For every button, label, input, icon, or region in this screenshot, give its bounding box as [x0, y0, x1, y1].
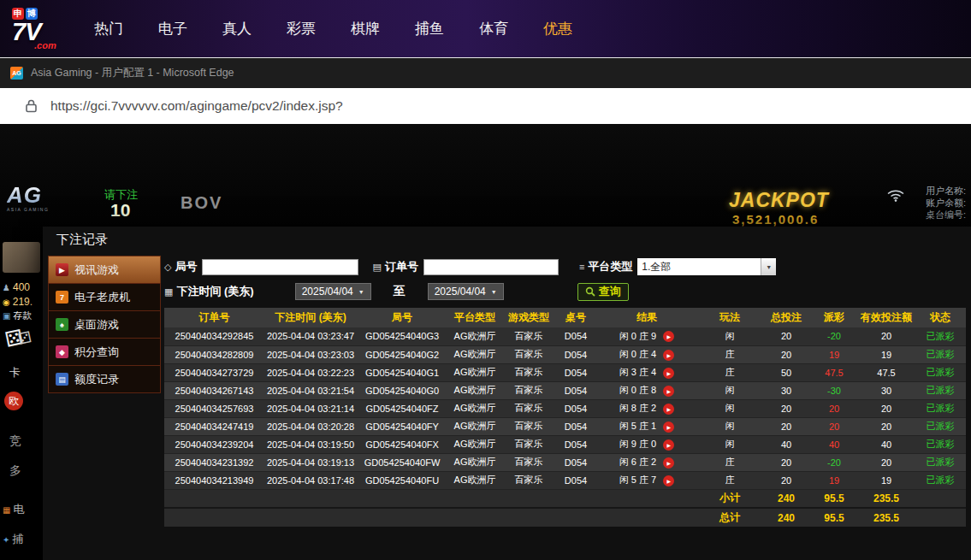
replay-icon[interactable]: ▶ [663, 331, 674, 342]
result-text: 闲 3 庄 4 [619, 367, 656, 377]
deposit-icon: ▣ [3, 311, 10, 321]
col-header: 派彩 [810, 308, 858, 327]
rail-item-2[interactable]: ▣存款 [3, 309, 32, 322]
sidebar-item-电子老虎机[interactable]: 7电子老虎机 [48, 283, 161, 311]
status-badge: 已派彩 [915, 453, 966, 471]
replay-icon[interactable]: ▶ [663, 404, 674, 415]
sidebar-item-桌面游戏[interactable]: ♠桌面游戏 [48, 310, 161, 339]
site-logo[interactable]: 申 博 7V .com [12, 8, 82, 50]
replay-icon[interactable]: ▶ [663, 475, 674, 486]
date-from-picker[interactable]: 2025/04/04 ▼ [295, 283, 371, 300]
left-rail: ⚄⚂ ♟400◉219.▣存款卡欧竞多▦电✦捕 [0, 124, 43, 560]
avatar[interactable] [3, 242, 40, 273]
nav-item-热门[interactable]: 热门 [94, 19, 123, 38]
nav-item-电子[interactable]: 电子 [158, 19, 187, 38]
address-bar[interactable]: https://gci.7vvvvvv.com/agingame/pcv2/in… [0, 88, 971, 124]
status-badge: 已派彩 [915, 471, 966, 489]
nav-item-体育[interactable]: 体育 [479, 19, 508, 38]
rail-item-7[interactable]: ▦电 [3, 502, 24, 517]
platform-selected-value: 1.全部 [642, 260, 671, 274]
rail-item-8[interactable]: ✦捕 [3, 532, 23, 547]
replay-icon[interactable]: ▶ [663, 439, 674, 451]
replay-icon[interactable]: ▶ [663, 350, 674, 361]
rail-item-6[interactable]: 多 [9, 463, 21, 479]
table-row: 2504040342392042025-04-04 03:19:50GD0542… [164, 435, 966, 453]
nav-item-彩票[interactable]: 彩票 [287, 19, 316, 38]
nav-item-真人[interactable]: 真人 [222, 19, 252, 38]
modal-title: 下注记录 [43, 227, 971, 252]
date-to-picker[interactable]: 2025/04/04 ▼ [428, 283, 504, 300]
lock-icon [26, 99, 37, 113]
modal-content: ▶视讯游戏7电子老虎机♠桌面游戏◆积分查询▤额度记录 ◇ 局号 ▤ 订单号 [43, 252, 971, 560]
result-text: 闲 5 庄 1 [619, 421, 656, 431]
to-label: 至 [394, 284, 406, 299]
replay-icon[interactable]: ▶ [663, 457, 674, 469]
result-text: 闲 0 庄 8 [619, 385, 656, 395]
col-header: 有效投注额 [858, 308, 915, 327]
sidebar-item-label: 桌面游戏 [74, 317, 119, 333]
platform-select[interactable]: 1.全部 ▼ [637, 258, 776, 275]
window-title: Asia Gaming - 用户配置 1 - Microsoft Edge [31, 66, 234, 80]
order-input[interactable] [423, 259, 559, 275]
status-badge: 已派彩 [915, 327, 966, 345]
table-row: 2504040342828092025-04-04 03:23:03GD0542… [164, 345, 966, 363]
countdown-timer: 10 [110, 200, 130, 221]
search-button[interactable]: 查询 [577, 283, 629, 301]
table-row: 2504040342671432025-04-04 03:21:54GD0542… [164, 381, 966, 399]
rail-item-label: 欧 [4, 392, 23, 410]
tab-favicon: AG [10, 67, 23, 80]
col-header: 平台类型 [447, 308, 502, 327]
slot-icon: ▦ [3, 505, 10, 515]
rail-item-0[interactable]: ♟400 [3, 281, 30, 293]
user-info-line: 用户名称: [926, 185, 966, 197]
table-row: 2504040342313922025-04-04 03:19:13GD0542… [164, 453, 966, 471]
rail-item-5[interactable]: 竞 [9, 433, 21, 449]
magnifier-icon [585, 286, 595, 297]
table-row: 2504040342576932025-04-04 03:21:14GD0542… [164, 399, 966, 417]
status-badge: 已派彩 [915, 381, 966, 399]
chevron-down-icon: ▼ [358, 289, 364, 295]
bet-table: 订单号下注时间 (美东)局号平台类型游戏类型桌号结果玩法总投注派彩有效投注额状态… [164, 308, 966, 527]
rail-item-1[interactable]: ◉219. [3, 296, 33, 308]
status-badge: 已派彩 [915, 417, 966, 435]
replay-icon[interactable]: ▶ [663, 386, 674, 397]
col-header: 桌号 [555, 308, 596, 327]
rail-item-3[interactable]: 卡 [9, 365, 21, 380]
nav-item-捕鱼[interactable]: 捕鱼 [415, 19, 444, 38]
replay-icon[interactable]: ▶ [663, 421, 674, 433]
sidebar-item-额度记录[interactable]: ▤额度记录 [48, 365, 161, 393]
sidebar-item-视讯游戏[interactable]: ▶视讯游戏 [48, 256, 161, 284]
nav-items: 热门电子真人彩票棋牌捕鱼体育优惠 [94, 19, 572, 38]
filter-row-1: ◇ 局号 ▤ 订单号 ≡ 平台类型 [164, 256, 966, 277]
tag-icon: ◇ [164, 262, 171, 273]
screen: 申 博 7V .com 热门电子真人彩票棋牌捕鱼体育优惠 AG Asia Gam… [0, 0, 971, 560]
calendar-icon: ▦ [164, 286, 173, 298]
table-header-row: 订单号下注时间 (美东)局号平台类型游戏类型桌号结果玩法总投注派彩有效投注额状态 [164, 308, 966, 327]
result-text: 闲 9 庄 0 [619, 439, 656, 449]
table-row: 2504040342474192025-04-04 03:20:28GD0542… [164, 417, 966, 435]
rail-item-4[interactable]: 欧 [4, 392, 23, 410]
round-input[interactable] [202, 259, 358, 275]
status-badge: 已派彩 [915, 345, 966, 363]
nav-item-棋牌[interactable]: 棋牌 [351, 19, 380, 38]
sidebar-item-积分查询[interactable]: ◆积分查询 [48, 338, 161, 366]
rail-item-label: 多 [9, 463, 21, 479]
col-header: 下注时间 (美东) [264, 308, 357, 327]
status-badge: 已派彩 [915, 363, 966, 381]
result-text: 闲 8 庄 2 [619, 403, 656, 413]
url-text[interactable]: https://gci.7vvvvvv.com/agingame/pcv2/in… [50, 98, 343, 114]
result-text: 闲 0 庄 4 [619, 349, 656, 359]
bet-records-modal: 下注记录 ▶视讯游戏7电子老虎机♠桌面游戏◆积分查询▤额度记录 ◇ 局号 ▤ 订… [43, 227, 971, 560]
nav-item-优惠[interactable]: 优惠 [543, 19, 572, 38]
credit-record-icon: ▤ [56, 373, 68, 386]
bet-table-body: 2504040342928452025-04-04 03:23:47GD0542… [164, 327, 966, 527]
chevron-down-icon: ▼ [491, 289, 497, 295]
slot-machine-icon: 7 [56, 291, 68, 304]
user-info-line: 桌台编号: [926, 209, 966, 221]
jackpot-value: 3,521,000.6 [732, 212, 819, 227]
replay-icon[interactable]: ▶ [663, 368, 674, 379]
chevron-down-icon: ▼ [761, 258, 776, 275]
user-info: 用户名称:账户余额:桌台编号: [926, 185, 966, 221]
rail-item-label: 卡 [9, 365, 21, 380]
points-query-icon: ◆ [56, 345, 68, 358]
